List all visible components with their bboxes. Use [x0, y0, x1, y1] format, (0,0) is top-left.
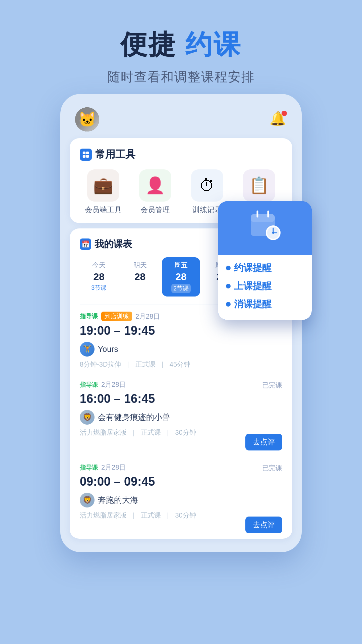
float-content: 约课提醒 上课提醒 消课提醒 [218, 255, 312, 320]
floating-reminder-card: 约课提醒 上课提醒 消课提醒 [218, 201, 312, 320]
dot-icon [226, 266, 231, 270]
tool-member-client[interactable]: 💼 会员端工具 [80, 169, 126, 215]
reminder-1: 约课提醒 [226, 262, 304, 274]
reminder-3: 消课提醒 [226, 298, 304, 311]
tool-member-mgmt[interactable]: 👤 会员管理 [132, 169, 178, 215]
svg-rect-0 [83, 151, 85, 154]
trainer-1-row: 🏋 Yours [80, 342, 282, 357]
reminder-2: 上课提醒 [226, 280, 304, 292]
phone-mockup: 🔔 常用工具 💼 会员端工具 [60, 94, 302, 552]
tools-title: 常用工具 [80, 148, 282, 161]
svg-rect-3 [86, 155, 89, 157]
page-title: 便捷 约课 [0, 27, 362, 63]
review-btn-1[interactable]: 去点评 [245, 434, 282, 450]
svg-rect-2 [83, 155, 85, 157]
notification-badge [282, 111, 287, 116]
trainer-3-row: 🦁 奔跑的大海 [80, 493, 282, 507]
day-tomorrow[interactable]: 明天 28 [121, 257, 159, 297]
day-friday[interactable]: 周五 28 2节课 [162, 257, 200, 297]
dot-icon [226, 284, 231, 288]
lesson-2-top: 指导课 2月28日 已完课 [80, 380, 282, 389]
trainer-1-avatar: 🏋 [80, 342, 95, 357]
tool-icon-purple: 📋 [243, 169, 275, 202]
svg-rect-5 [251, 214, 275, 222]
lesson-2: 指导课 2月28日 已完课 16:00 – 16:45 🦁 会有健身痕迹的小兽 … [80, 373, 282, 456]
tools-icon [80, 149, 92, 161]
tool-icon-orange: 💼 [87, 169, 119, 202]
notification-bell[interactable]: 🔔 [269, 111, 287, 128]
trainer-3-avatar: 🦁 [80, 493, 95, 507]
avatar [75, 107, 99, 131]
review-btn-2[interactable]: 去点评 [245, 517, 282, 533]
float-top [218, 201, 312, 255]
schedule-icon: 📅 [80, 238, 91, 250]
trainer-2-row: 🦁 会有健身痕迹的小兽 [80, 410, 282, 425]
lesson-3-top: 指导课 2月28日 已完课 [80, 463, 282, 472]
day-today[interactable]: 今天 28 3节课 [80, 257, 118, 297]
trainer-2-avatar: 🦁 [80, 410, 95, 425]
dot-icon [226, 302, 231, 307]
svg-rect-1 [86, 151, 89, 154]
phone-frame: 🔔 常用工具 💼 会员端工具 [60, 94, 302, 552]
calendar-clock-icon [248, 209, 282, 249]
phone-topbar: 🔔 [70, 104, 292, 138]
tool-icon-green: 👤 [139, 169, 171, 202]
tool-icon-blue: ⏱ [191, 169, 223, 202]
lesson-3: 指导课 2月28日 已完课 09:00 – 09:45 🦁 奔跑的大海 活力燃脂… [80, 456, 282, 539]
header: 便捷 约课 随时查看和调整课程安排 [0, 0, 362, 86]
